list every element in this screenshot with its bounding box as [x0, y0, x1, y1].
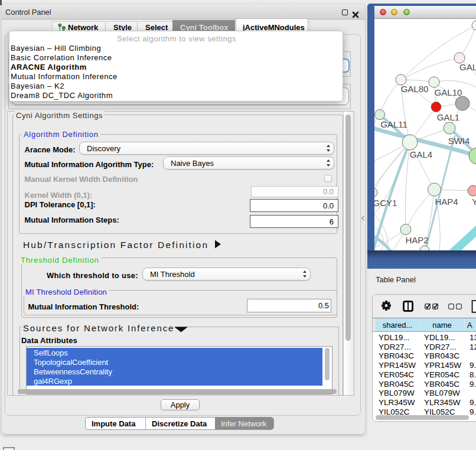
svg-text:GAL80: GAL80 — [401, 84, 429, 94]
svg-text:HAP2: HAP2 — [405, 235, 428, 245]
svg-text:GAL7: GAL7 — [459, 62, 476, 72]
svg-text:GAL11: GAL11 — [380, 119, 407, 129]
svg-text:GAL10: GAL10 — [435, 87, 462, 97]
svg-text:SWI4: SWI4 — [448, 136, 470, 146]
svg-text:GCY1: GCY1 — [374, 198, 397, 208]
svg-text:GAL1: GAL1 — [437, 112, 459, 122]
svg-text:Y: Y — [472, 197, 476, 207]
svg-text:HAP4: HAP4 — [435, 197, 458, 207]
svg-text:GAL4: GAL4 — [410, 149, 432, 159]
